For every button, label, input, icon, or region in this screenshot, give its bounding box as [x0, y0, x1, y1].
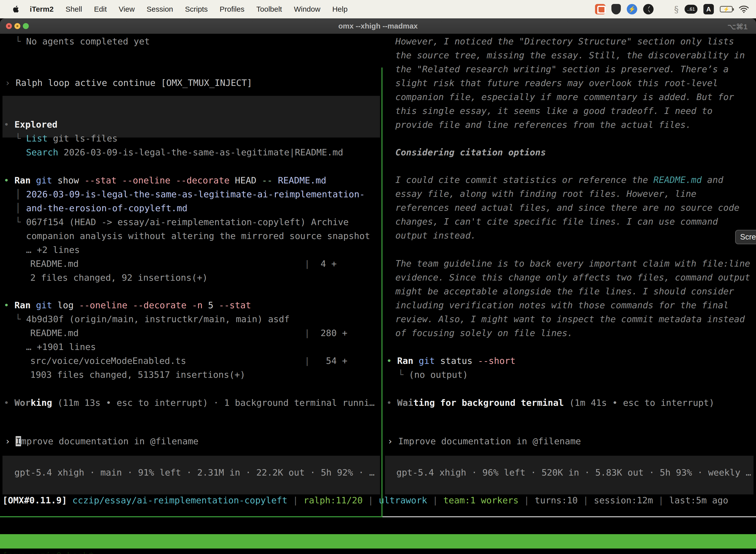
log-stat-summary: 1903 files changed, 513517 insertions(+) — [30, 370, 245, 380]
waiting-status: • Waiting for background terminal (1m 41… — [386, 398, 714, 408]
menu-item-window[interactable]: Window — [294, 5, 320, 13]
log-stat-readme: README.md | 280 + — [30, 328, 348, 338]
apple-menu-icon[interactable] — [12, 5, 20, 13]
menu-item-scripts[interactable]: Scripts — [185, 5, 208, 13]
dot-grid-icon[interactable] — [659, 5, 668, 14]
battery-icon[interactable]: ⚡ — [720, 6, 733, 12]
show-stat-readme: README.md | 4 + — [30, 259, 336, 269]
ran-git-status: • Ran git status --short — [386, 356, 515, 366]
right-model-status: gpt-5.4 xhigh · 96% left · 520K in · 5.8… — [396, 467, 751, 478]
pane-divider[interactable] — [381, 67, 382, 517]
reasoning-line: slight risk that future readers may over… — [395, 78, 718, 88]
window-title-bar: omx --xhigh --madmax ⌥⌘1 — [0, 18, 756, 34]
ralph-loop-box — [2, 96, 380, 137]
reasoning-line: references need actual files, and since … — [395, 203, 739, 213]
menu-item-shell[interactable]: Shell — [65, 5, 82, 13]
tmux-status-bar: [omx-cczip0:bash* "MacBook-Pro-44.local"… — [0, 534, 756, 549]
explored-search: Search 2026-03-09-is-legal-the-same-as-l… — [26, 148, 343, 157]
shield-icon[interactable] — [611, 4, 621, 14]
reasoning-line: The team guideline is to back every impo… — [395, 259, 750, 269]
log-commit: └ 4b9d30f (origin/main, instructkr/main,… — [15, 314, 290, 324]
log-more-lines: … +1901 lines — [26, 342, 96, 352]
menu-item-session[interactable]: Session — [146, 5, 173, 13]
reasoning-line: review. Also, I might want to inspect th… — [395, 314, 745, 324]
squiggle-icon[interactable]: § — [674, 4, 679, 14]
menubar-status-area: ⚡ § ..61 A ⚡ — [595, 4, 749, 14]
reasoning-line: might be acceptable alongside the file l… — [395, 286, 734, 296]
show-more-lines: … +2 lines — [26, 245, 80, 255]
reasoning-line: However, I noticed the "Directory Struct… — [395, 37, 734, 46]
menu-item-toolbelt[interactable]: Toolbelt — [256, 5, 282, 13]
window-shortcut-badge: ⌥⌘1 — [728, 22, 748, 31]
terminal-content: └ No agents completed yet› Ralph loop ac… — [0, 34, 756, 554]
left-prompt-text: › Improve documentation in @filename — [5, 436, 198, 446]
reasoning-line: evidence. Since this change only affects… — [395, 273, 750, 282]
show-filename-1: │ 2026-03-09-is-legal-the-same-as-legiti… — [15, 189, 365, 199]
explored-header: • Explored — [4, 120, 58, 129]
show-stat-summary: 2 files changed, 92 insertions(+) — [30, 273, 208, 283]
menu-item-iterm2[interactable]: iTerm2 — [30, 5, 54, 13]
menu-item-edit[interactable]: Edit — [94, 5, 107, 13]
reasoning-line: output instead. — [395, 231, 476, 240]
ran-git-log: • Ran git log --oneline --decorate -n 5 … — [4, 300, 251, 310]
ralph-loop-line: › Ralph loop active continue [OMX_TMUX_I… — [5, 78, 252, 88]
badge-icon[interactable]: ⚡ — [627, 4, 637, 14]
wifi-icon[interactable] — [739, 5, 749, 13]
reasoning-line: essay file, along with finding root file… — [395, 189, 696, 199]
show-commit: └ 067f154 (HEAD -> essay/ai-reimplementa… — [15, 217, 349, 227]
reasoning-line: this single essay, it seems like a good … — [395, 106, 712, 116]
reasoning-line: the source tree, missing the essay. Stil… — [395, 50, 745, 60]
reasoning-line: of focusing solely on file lines. — [395, 328, 573, 338]
explored-list: └ List git ls-files — [15, 133, 118, 144]
ran-git-show: • Ran git show --stat --oneline --decora… — [4, 175, 326, 185]
menu-item-view[interactable]: View — [119, 5, 135, 13]
show-commit-2: companion analysis without altering the … — [26, 231, 370, 241]
input-source-a[interactable]: A — [703, 4, 714, 14]
reasoning-line: including verification notes with those … — [395, 300, 729, 310]
left-pane-border — [0, 516, 382, 517]
screen-tooltip: Scre — [735, 230, 756, 244]
tmux-session-label[interactable]: [omx-cczip0:bash* — [2, 549, 94, 554]
reasoning-line: companion file, especially if more comme… — [395, 92, 734, 102]
reasoning-line: provide file and line references from th… — [395, 120, 691, 130]
reasoning-line: I could cite commit statistics or refere… — [395, 175, 723, 185]
left-model-status: gpt-5.4 xhigh · main · 91% left · 2.31M … — [14, 467, 375, 478]
working-status: • Working (11m 13s • esc to interrupt) ·… — [4, 398, 375, 408]
right-prompt-text: › Improve documentation in @filename — [387, 436, 581, 446]
reasoning-line: changes, I can't cite specific file line… — [395, 217, 718, 227]
count-pill[interactable]: ..61 — [685, 5, 697, 14]
crescent-icon[interactable] — [643, 4, 653, 14]
log-stat-voice: src/voice/voiceModeEnabled.ts | 54 + — [30, 356, 348, 366]
chat-icon[interactable] — [595, 4, 606, 14]
menu-item-profiles[interactable]: Profiles — [219, 5, 244, 13]
no-agents-line: └ No agents completed yet — [15, 37, 150, 46]
window-title: omx --xhigh --madmax — [0, 22, 756, 30]
right-pane-border — [382, 516, 756, 517]
omx-status-line: [OMX#0.11.9] cczip/essay/ai-reimplementa… — [2, 495, 728, 505]
status-output: └ (no output) — [398, 370, 468, 380]
menu-bar: iTerm2ShellEditViewSessionScriptsProfile… — [0, 0, 756, 18]
show-filename-2: │ and-the-erosion-of-copyleft.md — [15, 203, 188, 213]
reasoning-heading: Considering citation options — [395, 148, 546, 157]
menu-item-help[interactable]: Help — [332, 5, 348, 13]
reasoning-line: the "Related research writing" section i… — [395, 64, 729, 74]
menu-items: iTerm2ShellEditViewSessionScriptsProfile… — [30, 5, 348, 13]
